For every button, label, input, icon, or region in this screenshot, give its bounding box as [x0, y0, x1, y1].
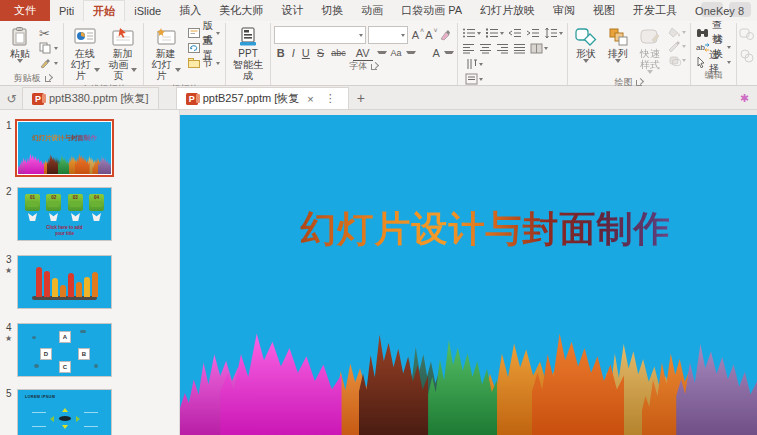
quick-styles-label: 快速样式 [638, 48, 662, 70]
arrange-icon [606, 26, 630, 48]
bullets-button[interactable] [461, 26, 482, 40]
thumb1-title: 幻灯片设计与封面制作 [18, 134, 111, 143]
align-right-button[interactable] [495, 42, 510, 55]
powerpoint-file-icon [32, 93, 44, 105]
numbering-button[interactable] [484, 26, 505, 40]
arrange-button[interactable]: 排列 [603, 24, 633, 65]
slide-thumbnail-3[interactable] [18, 256, 111, 308]
disabled-plugin-icons [737, 23, 757, 85]
thumb4-box-b: B [78, 348, 90, 360]
tab-more-icon[interactable]: ⋮ [322, 92, 339, 105]
font-size-combobox[interactable] [368, 26, 408, 44]
character-spacing-dropdown[interactable] [377, 51, 387, 56]
quick-styles-button[interactable]: 快速样式 [635, 24, 665, 76]
font-name-combobox[interactable] [274, 26, 366, 44]
tab-insert[interactable]: 插入 [170, 0, 210, 21]
underline-button[interactable]: U [299, 46, 313, 60]
tab-islide[interactable]: iSlide [125, 0, 170, 21]
thumb3-bar-chart [36, 267, 98, 297]
close-tab-icon[interactable]: × [304, 93, 316, 105]
paste-button[interactable]: 粘贴 [5, 24, 35, 65]
format-painter-icon [39, 57, 51, 69]
new-animation-label-1: 新加 [113, 48, 133, 59]
align-left-button[interactable] [461, 42, 476, 55]
layout-icon [188, 28, 200, 38]
character-spacing-button[interactable]: AV [350, 46, 376, 60]
ribbon-tab-bar: 文件 Piti 开始 iSlide 插入 美化大师 设计 切换 动画 口袋动画 … [0, 0, 757, 21]
tab-piti[interactable]: Piti [50, 0, 83, 21]
copy-button[interactable] [37, 41, 60, 55]
increase-indent-button[interactable] [525, 26, 541, 40]
decrease-indent-button[interactable] [507, 26, 523, 40]
thumb2-caption: Click here to addyour title [18, 225, 111, 236]
text-shadow-button[interactable]: abc [328, 47, 349, 59]
tab-slideshow[interactable]: 幻灯片放映 [471, 0, 544, 21]
tab-review[interactable]: 审阅 [544, 0, 584, 21]
powerpoint-window: 文件 Piti 开始 iSlide 插入 美化大师 设计 切换 动画 口袋动画 … [0, 0, 757, 435]
slide-thumbnail-4[interactable]: A B C D [18, 324, 111, 376]
cut-button[interactable]: ✂ [37, 26, 60, 40]
clear-formatting-button[interactable] [437, 29, 453, 41]
section-button[interactable]: 节 [186, 56, 223, 70]
binoculars-icon [696, 27, 709, 38]
font-dialog-launcher[interactable] [370, 63, 378, 71]
document-tab-bar: ↺ pptB380.pptm [恢复] pptB257.pptm [恢复 × ⋮… [0, 86, 757, 110]
strikethrough-button[interactable]: S [314, 46, 327, 60]
justify-button[interactable] [512, 42, 527, 55]
shapes-button[interactable]: 形状 [571, 24, 601, 65]
animation-star-icon: ★ [5, 266, 12, 275]
tab-developer[interactable]: 开发工具 [624, 0, 686, 21]
select-button[interactable]: 选择 [694, 55, 733, 69]
columns-button[interactable] [529, 42, 549, 55]
change-case-button[interactable]: Aa [388, 47, 405, 59]
slide-thumbnail-1[interactable]: 幻灯片设计与封面制作 [18, 122, 111, 174]
slide-thumbnail-2[interactable]: 01 02 03 04 Click here to addyour title [18, 188, 111, 240]
shape-effects-button[interactable] [667, 54, 687, 67]
slide-number: 1 [6, 120, 12, 131]
italic-button[interactable]: I [289, 46, 298, 60]
clipboard-icon [8, 26, 32, 48]
tab-view[interactable]: 视图 [584, 0, 624, 21]
align-center-button[interactable] [478, 42, 493, 55]
slide-canvas[interactable]: 幻灯片设计与封面制作 [180, 115, 757, 435]
svg-text:ab: ab [696, 43, 705, 52]
line-spacing-button[interactable] [543, 26, 564, 40]
tab-pocket-animation[interactable]: 口袋动画 PA [392, 0, 471, 21]
new-slide-icon [154, 26, 178, 48]
select-cursor-icon [696, 57, 706, 68]
increase-font-size-button[interactable]: A˄ [410, 28, 421, 42]
text-direction-button[interactable] [464, 57, 564, 71]
ppt-ai-label-1: PPT [238, 48, 257, 59]
tab-transitions[interactable]: 切换 [312, 0, 352, 21]
shape-fill-button[interactable] [667, 26, 687, 39]
document-tab-pptB257[interactable]: pptB257.pptm [恢复 × ⋮ [176, 87, 349, 109]
reset-button[interactable]: 重置 [186, 41, 223, 55]
change-case-dropdown[interactable] [406, 51, 416, 56]
copy-icon [39, 42, 51, 54]
thumb4-box-a: A [59, 331, 71, 343]
recovery-history-icon[interactable]: ↺ [3, 90, 20, 107]
animation-star-icon: ★ [5, 334, 12, 343]
ribbon: 粘贴 ✂ 剪贴板 [0, 21, 757, 86]
plugin-sparkle-icon[interactable]: ✱ [740, 92, 749, 105]
tab-animations[interactable]: 动画 [352, 0, 392, 21]
shape-outline-button[interactable] [667, 40, 687, 53]
reset-icon [188, 43, 200, 53]
bold-button[interactable]: B [274, 46, 288, 60]
document-tab-pptB380[interactable]: pptB380.pptm [恢复] [22, 87, 159, 109]
new-document-tab-icon[interactable]: + [357, 90, 365, 106]
tab-file[interactable]: 文件 [0, 0, 50, 21]
new-slide-label-1: 新建 [156, 48, 176, 59]
document-tab-title: pptB257.pptm [恢复 [203, 91, 300, 106]
format-painter-button[interactable] [37, 56, 60, 70]
tab-home[interactable]: 开始 [83, 0, 125, 21]
slide-thumbnail-5[interactable]: LOREM IPSUM [18, 390, 111, 435]
slide-title[interactable]: 幻灯片设计与封面制作 [180, 205, 757, 254]
font-color-dropdown[interactable] [444, 51, 454, 56]
font-color-button[interactable]: A [430, 46, 443, 60]
tab-meihua[interactable]: 美化大师 [210, 0, 272, 21]
paste-dropdown[interactable] [17, 59, 23, 63]
animation-cursor-icon [111, 26, 135, 48]
tab-design[interactable]: 设计 [272, 0, 312, 21]
decrease-font-size-button[interactable]: A˅ [423, 28, 434, 42]
